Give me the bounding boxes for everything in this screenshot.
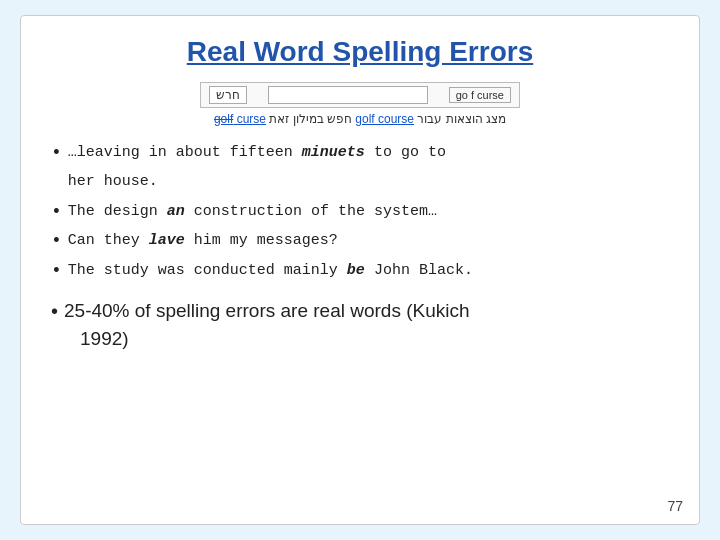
bullet-item-2: • The design an construction of the syst… [51, 201, 669, 224]
code-bullet-list: • …leaving in about fifteen minuets to g… [51, 142, 669, 289]
page-number: 77 [667, 498, 683, 514]
suggestion-link-golf-curse[interactable]: golf curse [214, 112, 266, 126]
italic-minuets: minuets [302, 144, 365, 161]
suggestions-row: מצג הוצאות עבור golf course חפש במילון ז… [214, 112, 506, 126]
search-row: go f curse [200, 82, 520, 108]
search-button[interactable]: go f curse [449, 87, 511, 103]
bottom-bullet-text: 25-40% of spelling errors are real words… [64, 297, 470, 354]
italic-be: be [347, 262, 365, 279]
bullet-item-1b: • her house. [51, 171, 669, 194]
suggestion-middle: חפש במילון זאת [266, 112, 352, 126]
bullet-1b-text: her house. [68, 171, 158, 193]
search-hebrew-input[interactable] [209, 86, 247, 104]
suggestion-prefix: מצג הוצאות עבור [414, 112, 506, 126]
slide-container: Real Word Spelling Errors go f curse מצג… [20, 15, 700, 525]
bottom-bullet-list: • 25-40% of spelling errors are real wor… [51, 297, 669, 354]
bullet-item-1: • …leaving in about fifteen minuets to g… [51, 142, 669, 165]
bullet-dot-3: • [51, 230, 62, 253]
italic-lave: lave [149, 232, 185, 249]
bullet-1-text: …leaving in about fifteen minuets to go … [68, 142, 446, 164]
bullet-item-4: • The study was conducted mainly be John… [51, 260, 669, 283]
search-bar-area: go f curse מצג הוצאות עבור golf course ח… [51, 82, 669, 126]
bullet-dot-4: • [51, 260, 62, 283]
bullet-dot-1: • [51, 142, 62, 165]
bottom-bullet-item: • 25-40% of spelling errors are real wor… [51, 297, 669, 354]
bullet-2-text: The design an construction of the system… [68, 201, 437, 223]
search-text-field[interactable] [268, 86, 428, 104]
italic-an: an [167, 203, 185, 220]
bullet-item-3: • Can they lave him my messages? [51, 230, 669, 253]
bullet-3-text: Can they lave him my messages? [68, 230, 338, 252]
suggestion-link-golf-course[interactable]: golf course [355, 112, 414, 126]
bullet-4-text: The study was conducted mainly be John B… [68, 260, 473, 282]
bullet-dot-2: • [51, 201, 62, 224]
slide-title: Real Word Spelling Errors [51, 36, 669, 68]
bottom-bullet-dot: • [51, 297, 58, 325]
